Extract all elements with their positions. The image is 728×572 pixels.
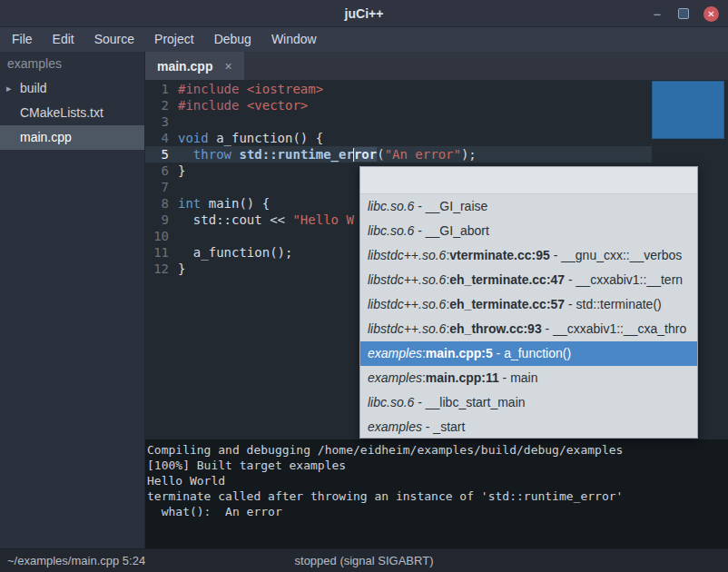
- code-line-1: 1#include <iostream>: [145, 81, 728, 97]
- code-segment: "An error": [385, 147, 461, 162]
- line-number: 1: [145, 81, 169, 97]
- code-segment: a_function();: [178, 245, 292, 260]
- code-segment: std::cout <<: [178, 212, 292, 227]
- code-line-3: 3: [145, 113, 728, 130]
- backtrace-row[interactable]: examples:main.cpp:11 - main: [360, 366, 697, 390]
- terminal-line: what(): An error: [147, 504, 728, 519]
- backtrace-location: eh_throw.cc:93: [449, 321, 541, 336]
- status-bar: ~/examples/main.cpp 5:24 stopped (signal…: [0, 548, 728, 572]
- menu-debug[interactable]: Debug: [204, 27, 261, 52]
- status-debug-state: stopped (signal SIGABRT): [0, 549, 728, 572]
- backtrace-lib: libstdc++.so.6: [368, 321, 446, 336]
- backtrace-location: eh_terminate.cc:47: [449, 272, 565, 287]
- line-number: 4: [145, 130, 169, 146]
- code-line-5: 5 throw std::runtime_error("An error");: [145, 146, 728, 163]
- backtrace-lib: libc.so.6: [368, 199, 414, 213]
- menu-source[interactable]: Source: [84, 27, 144, 52]
- app-window: juCi++ − ✕ FileEditSourceProjectDebugWin…: [0, 0, 728, 572]
- code-segment: #include: [178, 98, 247, 113]
- terminal-output[interactable]: Compiling and debugging /home/eidheim/ex…: [145, 439, 728, 548]
- sidebar-file-tree: examples ▸buildCMakeLists.txtmain.cpp: [0, 52, 145, 548]
- backtrace-row[interactable]: libc.so.6 - __GI_abort: [360, 219, 697, 243]
- backtrace-row[interactable]: libstdc++.so.6:vterminate.cc:95 - __gnu_…: [360, 243, 697, 268]
- terminal-line: [100%] Built target examples: [147, 458, 728, 473]
- chevron-right-icon: ▸: [6, 76, 12, 101]
- tree-item-label: main.cpp: [20, 130, 72, 144]
- code-segment: <vector>: [247, 98, 308, 113]
- backtrace-row[interactable]: libstdc++.so.6:eh_terminate.cc:47 - __cx…: [360, 268, 697, 292]
- menu-project[interactable]: Project: [144, 27, 204, 52]
- file-tree: ▸buildCMakeLists.txtmain.cpp: [0, 76, 144, 150]
- code-segment: }: [178, 163, 185, 178]
- sidebar-item-cmakelists-txt[interactable]: CMakeLists.txt: [0, 101, 144, 125]
- line-number: 5: [145, 146, 169, 163]
- backtrace-location: main.cpp:5: [426, 346, 493, 360]
- tab-main-cpp[interactable]: main.cpp ×: [145, 52, 244, 80]
- code-segment: );: [461, 147, 477, 162]
- tab-label: main.cpp: [157, 59, 212, 74]
- backtrace-row[interactable]: libc.so.6 - __libc_start_main: [360, 390, 697, 415]
- line-number: 9: [145, 212, 169, 228]
- code-segment: void: [178, 131, 209, 145]
- menubar: FileEditSourceProjectDebugWindow: [0, 27, 728, 52]
- backtrace-location: vterminate.cc:95: [449, 248, 550, 262]
- line-number: 2: [145, 97, 169, 113]
- backtrace-row[interactable]: examples:main.cpp:5 - a_function(): [360, 341, 697, 366]
- tree-item-label: build: [20, 81, 47, 95]
- backtrace-row[interactable]: libstdc++.so.6:eh_terminate.cc:57 - std:…: [360, 292, 697, 317]
- code-segment: [178, 147, 193, 162]
- window-controls: − ✕: [651, 0, 719, 27]
- line-number: 6: [145, 163, 169, 179]
- code-segment: int: [178, 196, 201, 211]
- menu-file[interactable]: File: [2, 27, 43, 52]
- line-number: 8: [145, 195, 169, 212]
- backtrace-location: main.cpp:11: [426, 370, 499, 385]
- popup-search-entry[interactable]: [360, 167, 697, 194]
- line-number: 3: [145, 113, 169, 130]
- minimize-icon[interactable]: −: [651, 6, 664, 22]
- code-segment: throw: [193, 147, 231, 162]
- titlebar: juCi++ − ✕: [0, 0, 728, 27]
- code-segment: main() {: [201, 196, 270, 211]
- tab-bar: main.cpp ×: [145, 52, 728, 80]
- backtrace-lib: examples: [368, 419, 422, 434]
- backtrace-row[interactable]: libc.so.6 - __GI_raise: [360, 194, 697, 219]
- code-segment: a_function() {: [209, 131, 323, 145]
- line-number: 7: [145, 179, 169, 195]
- code-segment: #include: [178, 82, 247, 96]
- terminal-line: terminate called after throwing an insta…: [147, 488, 728, 504]
- project-name-header: examples: [0, 52, 144, 76]
- code-line-2: 2#include <vector>: [145, 97, 728, 113]
- line-number: 12: [145, 261, 169, 277]
- backtrace-lib: examples: [368, 370, 422, 385]
- backtrace-lib: examples: [368, 346, 422, 360]
- close-icon[interactable]: ✕: [703, 6, 719, 22]
- window-title: juCi++: [345, 6, 384, 21]
- maximize-icon[interactable]: [678, 8, 689, 19]
- tree-item-label: CMakeLists.txt: [20, 105, 103, 120]
- backtrace-lib: libstdc++.so.6: [368, 272, 446, 287]
- terminal-line: Compiling and debugging /home/eidheim/ex…: [147, 442, 728, 458]
- backtrace-popup: libc.so.6 - __GI_raiselibc.so.6 - __GI_a…: [359, 166, 698, 439]
- backtrace-lib: libc.so.6: [368, 395, 414, 409]
- code-segment: (: [377, 147, 384, 162]
- backtrace-row[interactable]: examples - _start: [360, 415, 697, 439]
- backtrace-location: eh_terminate.cc:57: [449, 297, 565, 311]
- terminal-line: Hello World: [147, 473, 728, 488]
- backtrace-row[interactable]: libstdc++.so.6:eh_throw.cc:93 - __cxxabi…: [360, 317, 697, 341]
- code-segment: }: [178, 261, 185, 276]
- sidebar-item-build[interactable]: ▸build: [0, 76, 144, 101]
- menu-window[interactable]: Window: [261, 27, 327, 52]
- line-number: 10: [145, 228, 169, 244]
- backtrace-lib: libc.so.6: [368, 223, 414, 238]
- line-number: 11: [145, 244, 169, 261]
- code-segment: ror: [354, 147, 377, 162]
- menu-edit[interactable]: Edit: [43, 27, 84, 52]
- backtrace-lib: libstdc++.so.6: [368, 248, 446, 262]
- code-segment: <iostream>: [247, 82, 323, 96]
- code-segment: std::runtime_er: [239, 147, 353, 162]
- tab-close-icon[interactable]: ×: [224, 59, 231, 74]
- code-segment: "Hello W: [292, 212, 353, 227]
- sidebar-item-main-cpp[interactable]: main.cpp: [0, 125, 144, 150]
- backtrace-lib: libstdc++.so.6: [368, 297, 446, 311]
